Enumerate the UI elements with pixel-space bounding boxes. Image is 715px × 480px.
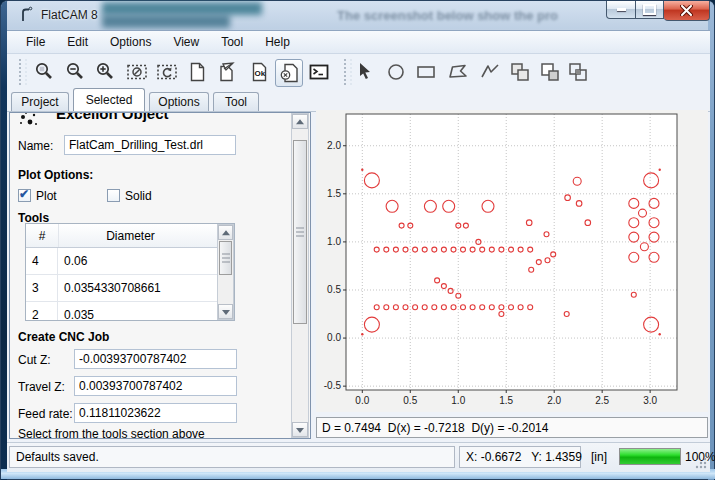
menu-help[interactable]: Help bbox=[254, 32, 301, 52]
zoom-in-icon bbox=[94, 61, 116, 83]
scrollbar-thumb[interactable] bbox=[219, 241, 232, 275]
svg-text:0.0: 0.0 bbox=[327, 332, 341, 343]
feedrate-input[interactable] bbox=[74, 403, 237, 423]
delete-object-icon bbox=[278, 62, 300, 84]
progress-bar bbox=[619, 448, 681, 465]
tools-table: # Diameter 4 0.06 3 0.0354330708661 2 0.… bbox=[25, 223, 235, 321]
union-button[interactable] bbox=[507, 59, 533, 85]
zoom-out-button[interactable] bbox=[62, 59, 88, 85]
toolbar-grip[interactable] bbox=[19, 59, 27, 85]
svg-text:-0.5: -0.5 bbox=[324, 380, 342, 391]
svg-text:0.5: 0.5 bbox=[403, 395, 417, 406]
menu-file[interactable]: File bbox=[15, 32, 56, 52]
panel-scrollbar[interactable] bbox=[291, 113, 309, 438]
maximize-icon bbox=[643, 4, 656, 15]
col-header-num[interactable]: # bbox=[26, 224, 59, 247]
table-row[interactable]: 4 0.06 bbox=[26, 248, 234, 275]
svg-text:1.0: 1.0 bbox=[451, 395, 465, 406]
maximize-button[interactable] bbox=[636, 1, 664, 19]
minimize-icon bbox=[617, 8, 626, 11]
draw-circle-button[interactable] bbox=[383, 59, 409, 85]
clear-plot-button[interactable] bbox=[124, 59, 150, 85]
menu-options[interactable]: Options bbox=[99, 32, 162, 52]
tools-table-header: # Diameter bbox=[26, 224, 234, 248]
solid-checkbox[interactable] bbox=[107, 189, 120, 202]
col-header-diameter[interactable]: Diameter bbox=[59, 224, 202, 247]
tools-hint: Select from the tools section above bbox=[18, 427, 205, 439]
zoom-fit-button[interactable] bbox=[31, 59, 57, 85]
new-file-button[interactable] bbox=[184, 59, 210, 85]
table-row[interactable]: 2 0.035 bbox=[26, 302, 234, 321]
menu-edit[interactable]: Edit bbox=[56, 32, 99, 52]
glass-reflection bbox=[102, 2, 262, 15]
name-input[interactable] bbox=[64, 135, 236, 155]
save-defaults-icon: Ok bbox=[248, 61, 270, 83]
scroll-up-button[interactable] bbox=[292, 114, 308, 129]
tool-diameter: 0.0354330708661 bbox=[58, 275, 234, 301]
draw-rectangle-button[interactable] bbox=[413, 59, 439, 85]
table-scrollbar[interactable] bbox=[217, 224, 234, 320]
panel-title: Excellon Object bbox=[56, 112, 169, 122]
tab-selected[interactable]: Selected bbox=[73, 88, 145, 111]
tool-bar: Ok bbox=[7, 54, 710, 90]
plot-canvas[interactable]: 0.00.51.01.52.02.53.0-0.50.00.51.01.52.0 bbox=[316, 110, 708, 412]
replot-button[interactable] bbox=[154, 59, 180, 85]
plot-area[interactable]: 0.00.51.01.52.02.53.0-0.50.00.51.01.52.0 bbox=[316, 110, 708, 412]
cutz-label: Cut Z: bbox=[18, 353, 51, 367]
tool-diameter: 0.035 bbox=[58, 302, 234, 321]
plot-checkbox[interactable] bbox=[18, 189, 31, 202]
close-button[interactable] bbox=[664, 1, 710, 21]
scrollbar-thumb[interactable] bbox=[293, 140, 307, 324]
command-line-button[interactable] bbox=[306, 59, 332, 85]
svg-text:3.0: 3.0 bbox=[643, 395, 657, 406]
zoom-fit-icon bbox=[33, 61, 55, 83]
zoom-in-button[interactable] bbox=[92, 59, 118, 85]
delete-object-button[interactable] bbox=[275, 59, 303, 87]
subtract-button[interactable] bbox=[537, 59, 563, 85]
window-title: FlatCAM 8 bbox=[41, 8, 98, 22]
menu-bar: File Edit Options View Tool Help bbox=[7, 31, 710, 54]
tab-tool[interactable]: Tool bbox=[213, 92, 259, 111]
glass-reflection bbox=[102, 15, 230, 28]
svg-text:1.0: 1.0 bbox=[327, 236, 341, 247]
tab-project[interactable]: Project bbox=[11, 92, 69, 111]
flatcam-logo-icon bbox=[18, 6, 36, 28]
travelz-input[interactable] bbox=[74, 376, 237, 396]
pointer-icon bbox=[355, 61, 377, 83]
svg-text:0.5: 0.5 bbox=[327, 284, 341, 295]
select-tool-button[interactable] bbox=[353, 59, 379, 85]
polygon-icon bbox=[447, 61, 469, 83]
polyline-icon bbox=[479, 61, 501, 83]
editor-button[interactable] bbox=[214, 59, 240, 85]
intersect-icon bbox=[567, 61, 589, 83]
cutz-input[interactable] bbox=[74, 349, 237, 369]
status-message: Defaults saved. bbox=[9, 446, 455, 468]
tool-num: 2 bbox=[26, 302, 58, 321]
cursor-coordinates: X: -0.6672 Y: 1.4359 bbox=[459, 446, 581, 468]
scroll-down-button[interactable] bbox=[218, 304, 233, 319]
draw-path-button[interactable] bbox=[477, 59, 503, 85]
solid-checkbox-label[interactable]: Solid bbox=[125, 189, 152, 203]
save-defaults-button[interactable]: Ok bbox=[246, 59, 272, 85]
intersect-button[interactable] bbox=[565, 59, 591, 85]
measurement-readout: D = 0.7494 D(x) = -0.7218 D(y) = -0.2014 bbox=[316, 417, 708, 438]
title-bar[interactable]: The screenshot below show the pro FlatCA… bbox=[7, 1, 710, 30]
tab-options[interactable]: Options bbox=[149, 92, 209, 111]
toolbar-grip[interactable] bbox=[344, 59, 352, 85]
selected-object-panel: Excellon Object Name: Plot Options: Plot… bbox=[9, 112, 311, 439]
union-icon bbox=[509, 61, 531, 83]
scroll-down-button[interactable] bbox=[292, 422, 308, 437]
new-file-icon bbox=[186, 61, 208, 83]
resize-grip[interactable] bbox=[694, 456, 707, 469]
draw-polygon-button[interactable] bbox=[445, 59, 471, 85]
menu-tool[interactable]: Tool bbox=[210, 32, 254, 52]
menu-view[interactable]: View bbox=[162, 32, 210, 52]
scroll-up-button[interactable] bbox=[218, 225, 233, 240]
plot-checkbox-label[interactable]: Plot bbox=[36, 189, 57, 203]
minimize-button[interactable] bbox=[606, 1, 636, 19]
table-row[interactable]: 3 0.0354330708661 bbox=[26, 275, 234, 302]
tool-diameter: 0.06 bbox=[58, 248, 234, 274]
rectangle-icon bbox=[415, 61, 437, 83]
svg-text:Ok: Ok bbox=[255, 69, 266, 78]
editor-icon bbox=[216, 61, 238, 83]
